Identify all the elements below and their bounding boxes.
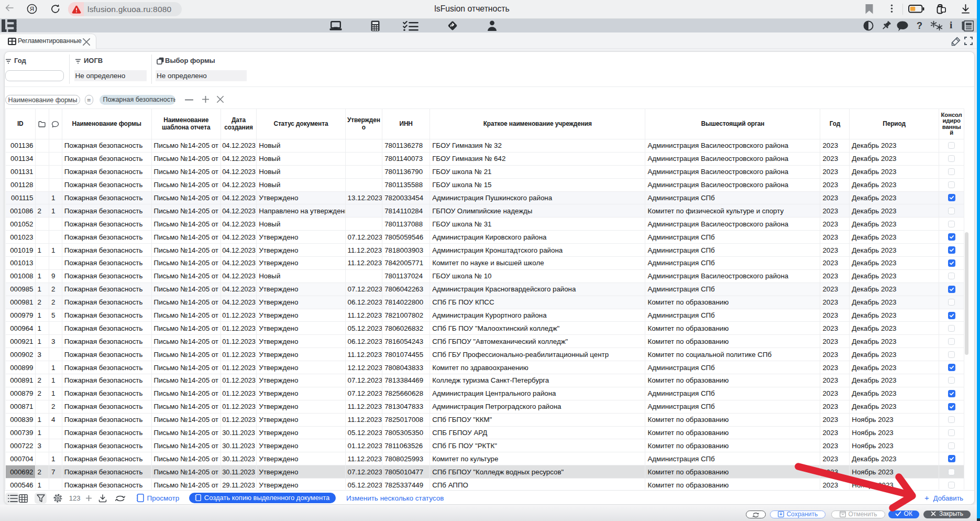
- svg-text:Я: Я: [30, 6, 34, 12]
